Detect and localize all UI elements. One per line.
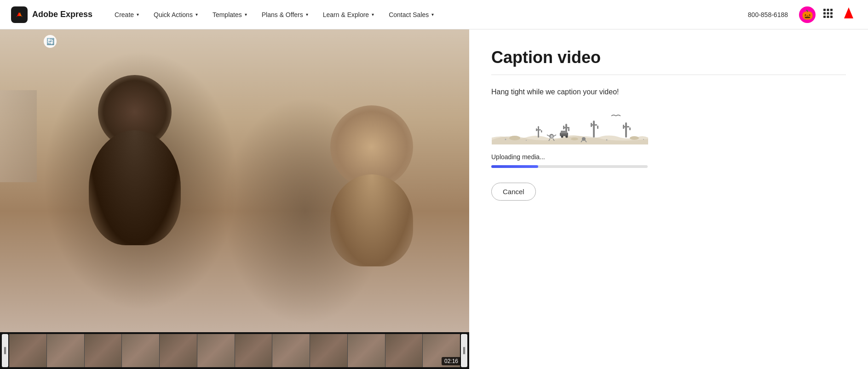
nav-quick-actions[interactable]: Quick Actions ▾: [146, 0, 205, 29]
cancel-button[interactable]: Cancel: [491, 183, 536, 201]
thumb-4: [122, 334, 159, 367]
page-title: Caption video: [491, 48, 846, 67]
svg-rect-13: [465, 347, 466, 354]
nav-learn[interactable]: Learn & Explore ▾: [316, 0, 381, 29]
svg-point-41: [561, 136, 563, 138]
thumb-2: [47, 334, 84, 367]
svg-text:B: B: [551, 135, 553, 138]
svg-point-30: [509, 136, 520, 140]
phone-number: 800-858-6188: [748, 11, 788, 18]
svg-rect-25: [629, 127, 631, 130]
thumb-11: [385, 334, 423, 367]
navbar: Adobe Express Create ▾ Quick Actions ▾ T…: [0, 0, 868, 29]
person-left: [70, 75, 199, 250]
video-panel: 🔄: [0, 29, 469, 369]
logo[interactable]: Adobe Express: [11, 6, 92, 23]
nav-create[interactable]: Create ▾: [107, 0, 146, 29]
shelf-bg: [0, 90, 37, 182]
timeline-thumbnails: [9, 334, 460, 367]
progress-label: Uploading media...: [491, 153, 846, 161]
thumb-7: [235, 334, 272, 367]
logo-text: Adobe Express: [32, 10, 92, 19]
svg-rect-18: [593, 121, 595, 138]
svg-rect-6: [830, 12, 833, 15]
video-top-icon: 🔄: [44, 35, 57, 48]
svg-point-46: [505, 139, 506, 140]
desert-scene-svg: B: [492, 108, 648, 144]
svg-rect-1: [823, 9, 826, 11]
svg-rect-11: [6, 347, 6, 354]
divider: [491, 75, 846, 75]
avatar[interactable]: 🎃: [799, 6, 816, 23]
svg-rect-20: [591, 123, 592, 127]
svg-line-37: [547, 135, 549, 136]
video-container: 🔄: [0, 29, 469, 332]
svg-point-32: [630, 136, 639, 140]
svg-rect-3: [830, 9, 833, 11]
svg-rect-17: [568, 128, 569, 131]
nav-plans[interactable]: Plans & Offers ▾: [254, 0, 316, 29]
svg-rect-9: [830, 16, 833, 18]
timeline-handle-left[interactable]: [2, 334, 8, 367]
svg-point-49: [643, 139, 644, 140]
thumb-5: [160, 334, 197, 367]
adobe-icon[interactable]: [840, 6, 857, 24]
grid-icon[interactable]: [823, 8, 833, 21]
svg-rect-26: [538, 126, 539, 138]
logo-icon: [11, 6, 28, 23]
svg-rect-12: [463, 347, 464, 354]
thumb-9: [310, 334, 347, 367]
thumb-3: [85, 334, 122, 367]
chevron-down-icon: ▾: [137, 12, 139, 17]
loading-animation: B: [491, 107, 648, 144]
chevron-down-icon: ▾: [372, 12, 374, 17]
nav-contact-sales[interactable]: Contact Sales ▾: [381, 0, 441, 29]
svg-rect-4: [823, 12, 826, 15]
timeline-strip: 02:16: [0, 332, 469, 369]
nav-right-actions: 🎃: [799, 6, 857, 24]
video-duration: 02:16: [442, 357, 461, 365]
svg-rect-2: [827, 9, 829, 11]
svg-rect-5: [827, 12, 829, 15]
svg-rect-16: [563, 126, 564, 129]
svg-rect-40: [561, 131, 567, 133]
chevron-down-icon: ▾: [306, 12, 308, 17]
svg-rect-24: [623, 125, 624, 129]
progress-bar-fill: [491, 165, 538, 168]
svg-rect-8: [827, 16, 829, 18]
timeline-handle-right[interactable]: [461, 334, 467, 367]
person-right: [312, 105, 431, 253]
caption-subtitle: Hang tight while we caption your video!: [491, 88, 846, 96]
thumb-8: [272, 334, 310, 367]
svg-rect-29: [541, 130, 542, 133]
chevron-down-icon: ▾: [195, 12, 198, 17]
video-content: [0, 29, 469, 332]
svg-rect-28: [536, 128, 537, 131]
svg-point-42: [566, 136, 568, 138]
svg-point-31: [571, 138, 578, 140]
svg-rect-10: [4, 347, 5, 354]
progress-bar-background: [491, 165, 648, 168]
nav-templates[interactable]: Templates ▾: [205, 0, 254, 29]
svg-point-47: [526, 140, 527, 141]
chevron-down-icon: ▾: [245, 12, 247, 17]
svg-rect-22: [625, 122, 627, 138]
chevron-down-icon: ▾: [431, 12, 434, 17]
svg-rect-7: [823, 16, 826, 18]
svg-point-48: [606, 139, 608, 141]
main-content: 🔄: [0, 29, 868, 369]
nav-items: Create ▾ Quick Actions ▾ Templates ▾ Pla…: [107, 0, 748, 29]
right-panel: Caption video Hang tight while we captio…: [469, 29, 868, 369]
thumb-10: [348, 334, 385, 367]
svg-line-38: [554, 135, 556, 136]
svg-rect-21: [597, 126, 598, 129]
adobe-express-icon: [14, 10, 24, 20]
thumb-6: [197, 334, 235, 367]
svg-point-43: [582, 137, 586, 141]
thumb-1: [9, 334, 46, 367]
